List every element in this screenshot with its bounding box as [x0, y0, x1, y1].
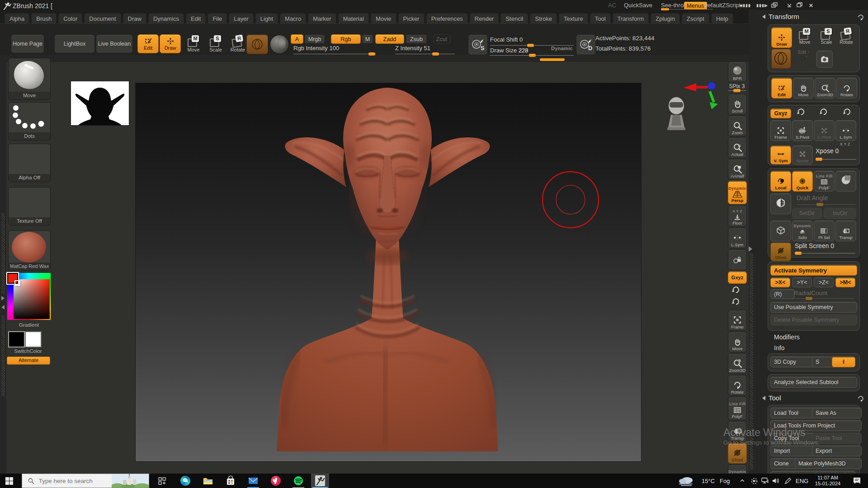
- tool-collapse-icon[interactable]: [762, 396, 765, 400]
- tray-expand-icon[interactable]: [749, 246, 752, 252]
- material-selector-button[interactable]: MatCap Red Wax: [8, 230, 51, 271]
- menu-zscript[interactable]: Zscript: [682, 13, 709, 23]
- left-divider-strip[interactable]: [0, 55, 6, 474]
- rgb-intensity-slider-label[interactable]: Rgb Intensity 100: [293, 45, 339, 52]
- menu-macro[interactable]: Macro: [280, 13, 306, 23]
- default-zscript-button[interactable]: DefaultZScript: [703, 2, 741, 9]
- spotify-taskbar-icon[interactable]: [289, 474, 307, 488]
- taskbar-search[interactable]: [22, 474, 149, 488]
- panel-ptsel-button[interactable]: Pt Sel: [814, 221, 835, 241]
- gxyz-rotate-button[interactable]: Gxyz: [728, 271, 747, 284]
- menu-layer[interactable]: Layer: [229, 13, 254, 23]
- language-indicator[interactable]: ENG: [796, 474, 808, 488]
- divider-collapse-left-icon[interactable]: ◀▮▮▮: [737, 2, 753, 9]
- aahalf-button[interactable]: AAHalf: [728, 159, 747, 180]
- panel-draw-button[interactable]: Draw: [771, 27, 792, 48]
- action-center-icon[interactable]: [849, 474, 864, 488]
- symmetry-y-button[interactable]: >Y<: [792, 277, 812, 287]
- delete-posable-symmetry-button[interactable]: Delete Posable Symmetry: [770, 314, 857, 325]
- lightbox-button[interactable]: LightBox: [54, 34, 95, 53]
- menu-brush[interactable]: Brush: [31, 13, 57, 23]
- draw-size-knob[interactable]: [529, 54, 536, 57]
- scroll-button[interactable]: Scroll: [728, 94, 747, 115]
- actual-size-button[interactable]: x1 Actual: [728, 137, 747, 158]
- gy-rotate-icon[interactable]: [819, 108, 828, 117]
- alpha-channel-button[interactable]: A: [291, 34, 303, 44]
- scale-gyro-button[interactable]: S Scale: [206, 35, 226, 52]
- transform-refresh-icon[interactable]: [857, 14, 864, 21]
- split-screen-knob[interactable]: [795, 252, 802, 255]
- radial-count-track[interactable]: [792, 298, 854, 299]
- save-as-button[interactable]: Save As: [812, 408, 862, 418]
- panel-solo-button[interactable]: Dynamic Solo: [792, 221, 813, 241]
- z-intensity-track[interactable]: [395, 54, 455, 54]
- floor-button[interactable]: X Y Z Floor: [728, 205, 747, 227]
- panel-rotate-button[interactable]: R Rotate: [836, 28, 856, 45]
- xpose-slider-label[interactable]: Xpose 0: [816, 147, 839, 155]
- menu-material[interactable]: Material: [338, 13, 369, 23]
- mrgb-button[interactable]: Mrgb: [304, 34, 325, 44]
- split-screen-track[interactable]: [795, 253, 855, 253]
- modifiers-section-label[interactable]: Modifiers: [774, 333, 800, 341]
- fog-weather-icon[interactable]: [677, 476, 698, 486]
- symmetry-z-button[interactable]: >Z<: [814, 277, 834, 287]
- z-intensity-slider-label[interactable]: Z Intensity 51: [395, 45, 430, 52]
- draft-angle-knob[interactable]: [816, 203, 823, 206]
- radial-symmetry-button[interactable]: (R): [770, 289, 795, 299]
- edit-object-button[interactable]: Edit: [137, 34, 159, 53]
- zoom-button[interactable]: Zoom: [728, 116, 747, 136]
- panel-vsym-button[interactable]: V. Sym: [770, 145, 791, 164]
- polyframe-button[interactable]: Line Fill PolyF: [728, 397, 747, 420]
- minimize-button[interactable]: [787, 2, 794, 9]
- search-input[interactable]: [38, 477, 112, 485]
- panel-doublesided-button[interactable]: [770, 193, 791, 214]
- use-posable-symmetry-button[interactable]: Use Posable Symmetry: [770, 302, 857, 313]
- axis-gizmo[interactable]: [683, 78, 721, 116]
- move-camera-button[interactable]: Move: [728, 332, 747, 352]
- rotate-camera-button[interactable]: Rotate: [728, 375, 747, 396]
- window-tile-icon[interactable]: [771, 2, 781, 9]
- focal-shift-slider-label[interactable]: Focal Shift 0: [490, 36, 523, 43]
- color-picker-gradient[interactable]: [7, 273, 51, 320]
- tool-palette-header[interactable]: Tool: [769, 394, 781, 402]
- panel-ghost-button[interactable]: Ghost: [770, 242, 791, 261]
- panel-move-button[interactable]: M Move: [795, 28, 815, 45]
- export-button[interactable]: Export: [812, 446, 862, 456]
- panel-matcap-wireframe-button[interactable]: [835, 171, 856, 192]
- close-button[interactable]: ×: [807, 2, 815, 9]
- menu-picker[interactable]: Picker: [398, 13, 425, 23]
- import-button[interactable]: Import: [770, 446, 816, 456]
- xpose-track[interactable]: [816, 159, 856, 160]
- divider-collapse-right-icon[interactable]: ▮▮▮▶: [754, 2, 770, 9]
- menu-zplugin[interactable]: Zplugin: [651, 13, 680, 23]
- draw-mode-selector-button[interactable]: D: [576, 34, 596, 55]
- spix-slider[interactable]: SPix 3: [726, 83, 748, 89]
- rgb-intensity-track[interactable]: [293, 54, 376, 54]
- draw-pointer-button[interactable]: Draw: [160, 34, 181, 53]
- document-canvas[interactable]: [136, 83, 641, 461]
- draw-size-indicator-bar[interactable]: [540, 58, 565, 61]
- weather-condition[interactable]: Fog: [720, 474, 730, 488]
- menu-tool[interactable]: Tool: [590, 13, 611, 23]
- quicksave-button[interactable]: QuickSave: [624, 2, 652, 9]
- file-explorer-taskbar-icon[interactable]: [199, 474, 217, 488]
- taskbar-clock[interactable]: 11:07 AM 15-01-2024: [815, 475, 841, 487]
- weather-temp[interactable]: 15°C: [702, 474, 715, 488]
- m-button[interactable]: M: [362, 34, 373, 44]
- panel-dynamic-cube-button[interactable]: [770, 221, 791, 241]
- menu-transform[interactable]: Transform: [613, 13, 649, 23]
- menu-stroke[interactable]: Stroke: [530, 13, 557, 23]
- panel-brush-chip[interactable]: [771, 49, 791, 69]
- zadd-button[interactable]: Zadd: [375, 34, 404, 44]
- menu-draw[interactable]: Draw: [123, 13, 146, 23]
- menu-stencil[interactable]: Stencil: [500, 13, 528, 23]
- meet-now-icon[interactable]: [749, 474, 760, 488]
- menu-alpha[interactable]: Alpha: [5, 13, 29, 23]
- menu-edit[interactable]: Edit: [186, 13, 206, 23]
- restore-button[interactable]: [797, 2, 804, 9]
- hidden-icons-chevron[interactable]: [737, 474, 748, 488]
- activate-symmetry-button[interactable]: Activate Symmetry: [770, 265, 857, 276]
- bpr-render-button[interactable]: BPR: [728, 61, 747, 82]
- zbrush-taskbar-icon[interactable]: [311, 474, 329, 488]
- menu-document[interactable]: Document: [84, 13, 121, 23]
